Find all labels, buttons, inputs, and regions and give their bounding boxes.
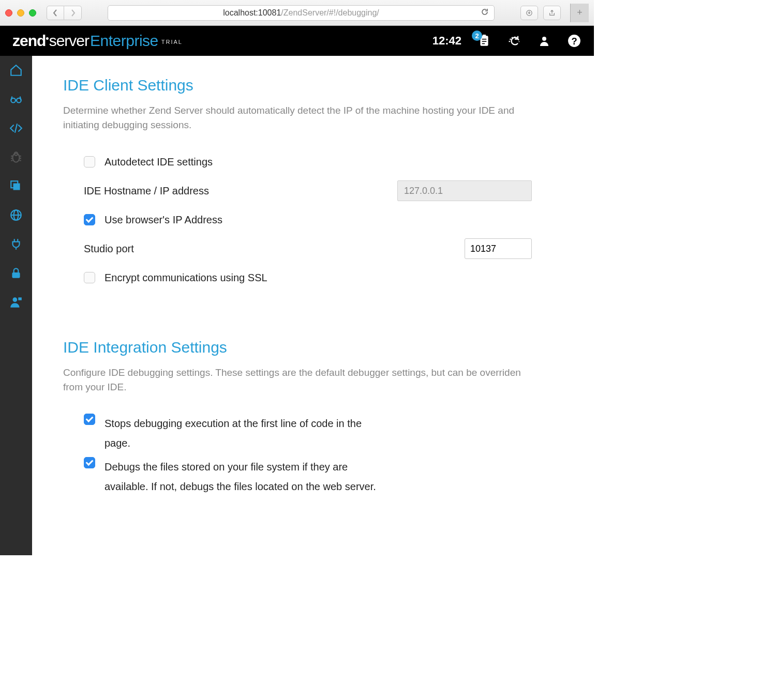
reload-icon[interactable] [481,8,489,18]
encrypt-ssl-label: Encrypt communications using SSL [105,272,267,284]
sidebar-item-plugins[interactable] [0,230,32,258]
main-content: IDE Client Settings Determine whether Ze… [32,56,594,555]
hostname-input[interactable] [397,180,532,201]
lock-icon [9,266,23,280]
svg-rect-19 [18,297,22,300]
studio-port-label: Studio port [84,243,134,255]
studio-port-input[interactable] [465,238,532,259]
svg-point-18 [13,297,18,302]
browser-toolbar: localhost:10081/ZendServer/#!/debugging/… [0,0,594,26]
ide-integration-settings-desc: Configure IDE debugging settings. These … [63,366,529,394]
new-tab-button[interactable]: + [570,4,589,22]
sidebar-item-overview[interactable] [0,85,32,114]
ide-client-settings-heading: IDE Client Settings [63,77,563,94]
brand-trial: TRIAL [161,39,183,45]
hostname-label: IDE Hostname / IP address [84,185,209,197]
nav-buttons [47,6,82,20]
brand-enterprise: Enterprise [90,32,158,50]
debug-local-files-checkbox[interactable] [84,457,95,468]
encrypt-ssl-checkbox[interactable] [84,272,95,283]
share-button[interactable] [543,6,561,20]
help-icon: ? [568,34,581,48]
debug-local-files-row: Debugs the files stored on your file sys… [63,453,563,496]
hostname-row: IDE Hostname / IP address [63,176,563,205]
user-menu-button[interactable] [537,34,551,48]
brand-logo: zend • server Enterprise TRIAL [12,32,183,50]
globe-icon [9,208,23,222]
notifications-button[interactable]: 2 [477,34,491,48]
sidebar-item-security[interactable] [0,258,32,287]
use-browser-ip-row: Use browser's IP Address [63,205,563,234]
sidebar-item-users[interactable] [0,287,32,316]
url-host: localhost:10081 [223,8,281,18]
brand-server: server [49,32,89,50]
autodetect-row: Autodetect IDE settings [63,147,563,176]
maximize-window-button[interactable] [29,9,36,17]
glasses-icon [9,93,23,106]
window-controls [5,9,36,17]
encrypt-row: Encrypt communications using SSL [63,263,563,292]
stop-first-line-checkbox[interactable] [84,414,95,425]
use-browser-ip-label: Use browser's IP Address [105,214,222,226]
sidebar-item-debugging[interactable] [0,143,32,172]
header-right: 12:42 2 ? [432,34,581,48]
svg-point-6 [542,37,546,41]
svg-rect-14 [13,184,20,190]
bug-icon [9,150,23,164]
debug-local-files-label: Debugs the files stored on your file sys… [105,457,384,496]
sidebar-item-code[interactable] [0,114,32,143]
notification-badge: 2 [472,31,482,41]
browser-right-tools [520,6,561,20]
forward-button[interactable] [64,6,82,20]
user-lock-icon [9,295,23,309]
minimize-window-button[interactable] [17,9,24,17]
url-path: /ZendServer/#!/debugging/ [281,8,379,18]
gauge-refresh-icon [507,34,521,48]
home-icon [9,64,23,77]
sidebar [0,56,32,555]
user-icon [538,35,550,47]
svg-rect-17 [12,272,20,278]
studio-port-row: Studio port [63,234,563,263]
svg-point-11 [13,153,20,162]
sidebar-item-deployment[interactable] [0,201,32,230]
stop-first-line-row: Stops debugging execution at the first l… [63,409,563,453]
refresh-button[interactable] [507,34,521,48]
ide-client-settings-desc: Determine whether Zend Server should aut… [63,103,529,132]
clock: 12:42 [432,34,461,48]
autodetect-checkbox[interactable] [84,156,95,168]
ide-integration-settings-heading: IDE Integration Settings [63,339,563,356]
plug-icon [9,237,23,251]
close-window-button[interactable] [5,9,12,17]
autodetect-label: Autodetect IDE settings [105,156,213,168]
stack-icon [9,179,23,193]
svg-rect-2 [483,35,486,37]
downloads-button[interactable] [520,6,538,20]
app-header: zend • server Enterprise TRIAL 12:42 2 ? [0,26,594,56]
address-bar[interactable]: localhost:10081/ZendServer/#!/debugging/ [108,5,495,21]
brand-zend: zend [12,32,46,50]
code-icon [9,121,23,135]
svg-text:?: ? [571,36,577,47]
stop-first-line-label: Stops debugging execution at the first l… [105,414,384,453]
sidebar-item-queue[interactable] [0,172,32,201]
sidebar-item-dashboard[interactable] [0,56,32,85]
back-button[interactable] [47,6,64,20]
use-browser-ip-checkbox[interactable] [84,214,95,225]
help-button[interactable]: ? [567,34,581,48]
